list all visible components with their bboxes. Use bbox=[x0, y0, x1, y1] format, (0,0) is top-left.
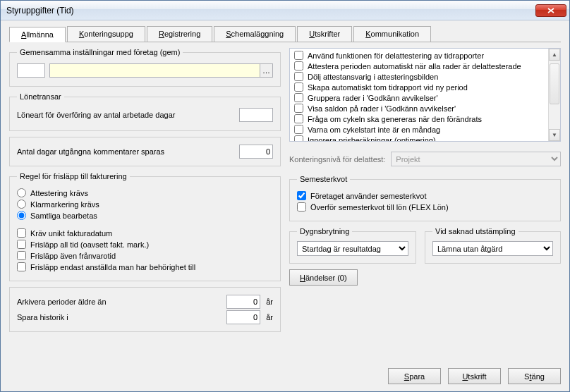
antal-dagar-input[interactable] bbox=[239, 145, 273, 159]
arkivera-label: Arkivera perioder äldre än bbox=[17, 298, 221, 306]
list-item[interactable]: Fråga om cykeln ska genereras när den fö… bbox=[290, 114, 548, 124]
list-item-label: Dölj attestansvarig i attesteringsbilden bbox=[308, 73, 438, 81]
group-semesterkvot-legend: Semesterkvot bbox=[297, 175, 350, 183]
arkivera-input[interactable] bbox=[226, 295, 260, 309]
list-item[interactable]: Dölj attestansvarig i attesteringsbilden bbox=[290, 71, 548, 82]
stang-button[interactable]: Stäng bbox=[508, 368, 561, 384]
chevron-down-icon: ▼ bbox=[552, 132, 557, 138]
check-krav-unikt-input[interactable] bbox=[17, 228, 26, 238]
list-item-label: Attestera perioden automatiskt när alla … bbox=[308, 62, 521, 71]
scroll-up-button[interactable]: ▲ bbox=[549, 49, 560, 61]
list-item-check[interactable] bbox=[294, 61, 303, 71]
check-overfor-semesterkvot-label: Överför semesterkvot till lön (FLEX Lön) bbox=[310, 203, 449, 212]
list-item[interactable]: Skapa automatiskt tom tidrapport vid ny … bbox=[290, 82, 548, 92]
footer-buttons: Spara Utskrift Stäng bbox=[9, 362, 561, 384]
handelser-row: Händelser (0) bbox=[289, 269, 561, 286]
list-item[interactable]: Gruppera rader i 'Godkänn avvikelser' bbox=[290, 92, 548, 103]
list-item[interactable]: Ignorera prisberäkningar (optimering) bbox=[290, 135, 548, 141]
group-regel: Regel för frisläpp till fakturering Atte… bbox=[9, 172, 281, 281]
list-item-check[interactable] bbox=[294, 93, 303, 102]
group-vidsaknad-legend: Vid saknad utstämpling bbox=[432, 227, 519, 235]
tab-registrering[interactable]: Registrering bbox=[147, 26, 212, 42]
list-item-label: Skapa automatiskt tom tidrapport vid ny … bbox=[308, 83, 468, 92]
group-dygnsbrytning-legend: Dygnsbrytning bbox=[297, 227, 352, 235]
list-item-check[interactable] bbox=[294, 82, 303, 92]
list-item-label: Fråga om cykeln ska genereras när den fö… bbox=[308, 115, 482, 123]
radio-samtliga-label: Samtliga bearbetas bbox=[30, 212, 97, 220]
list-item-label: Ignorera prisberäkningar (optimering) bbox=[308, 136, 436, 142]
radio-klarmarkering-label: Klarmarkering krävs bbox=[30, 200, 99, 209]
radio-klarmarkering[interactable]: Klarmarkering krävs bbox=[17, 200, 273, 209]
list-item-check[interactable] bbox=[294, 114, 303, 123]
scroll-thumb[interactable] bbox=[550, 63, 559, 104]
scroll-track[interactable] bbox=[549, 61, 560, 129]
check-frislapp-behorighet[interactable]: Frisläpp endast anställda man har behöri… bbox=[17, 262, 273, 271]
list-item-check[interactable] bbox=[294, 104, 303, 113]
lonetransar-input[interactable] bbox=[239, 108, 273, 122]
check-foretaget-semesterkvot[interactable]: Företaget använder semesterkvot bbox=[297, 191, 553, 200]
spara-historik-input[interactable] bbox=[226, 310, 260, 324]
list-item[interactable]: Attestera perioden automatiskt när alla … bbox=[290, 61, 548, 71]
listbox-scrollbar[interactable]: ▲ ▼ bbox=[548, 49, 560, 141]
group-dygnsbrytning: Dygnsbrytning Startdag är resultatdag bbox=[289, 227, 416, 264]
utskrift-button[interactable]: Utskrift bbox=[448, 368, 501, 384]
close-button[interactable] bbox=[535, 4, 566, 17]
radio-attestering-label: Attestering krävs bbox=[30, 189, 88, 197]
scroll-down-button[interactable]: ▼ bbox=[549, 129, 560, 141]
radio-attestering[interactable]: Attestering krävs bbox=[17, 188, 273, 197]
check-overfor-semesterkvot-input[interactable] bbox=[297, 202, 306, 212]
options-listbox[interactable]: Använd funktionen för delattestering av … bbox=[289, 48, 561, 142]
spara-historik-label: Spara historik i bbox=[17, 313, 221, 321]
radio-attestering-input[interactable] bbox=[17, 188, 26, 197]
list-item-label: Visa saldon på rader i 'Godkänn avvikels… bbox=[308, 104, 456, 113]
list-item[interactable]: Varna om cykelstart inte är en måndag bbox=[290, 124, 548, 135]
tab-allmanna[interactable]: Allmänna bbox=[9, 27, 66, 42]
list-item-label: Gruppera rader i 'Godkänn avvikelser' bbox=[308, 94, 438, 102]
tab-kommunikation[interactable]: Kommunikation bbox=[353, 26, 431, 42]
group-lonetransar: Lönetransar Löneart för överföring av an… bbox=[9, 92, 281, 131]
list-item-check[interactable] bbox=[294, 135, 303, 141]
list-item[interactable]: Visa saldon på rader i 'Godkänn avvikels… bbox=[290, 103, 548, 114]
ellipsis-icon: … bbox=[262, 66, 270, 75]
dygns-vidsaknad-row: Dygnsbrytning Startdag är resultatdag Vi… bbox=[289, 227, 561, 264]
lonetransar-label: Löneart för överföring av antal arbetade… bbox=[17, 111, 235, 119]
list-item-check[interactable] bbox=[294, 125, 303, 134]
check-frislapp-franvaro-label: Frisläpp även frånvarotid bbox=[30, 252, 116, 260]
gem-code-input[interactable] bbox=[17, 63, 45, 78]
check-frislapp-all-input[interactable] bbox=[17, 240, 26, 249]
list-item-check[interactable] bbox=[294, 72, 303, 81]
check-foretaget-semesterkvot-input[interactable] bbox=[297, 191, 306, 200]
tab-schemalaggning[interactable]: Schemaläggning bbox=[214, 26, 296, 42]
dygnsbrytning-combo[interactable]: Startdag är resultatdag bbox=[297, 241, 408, 256]
gem-browse-button[interactable]: … bbox=[260, 64, 272, 77]
left-column: Gemensamma inställningar med företag (ge… bbox=[9, 48, 281, 362]
list-item[interactable]: Använd funktionen för delattestering av … bbox=[290, 50, 548, 61]
radio-klarmarkering-input[interactable] bbox=[17, 200, 26, 209]
check-frislapp-franvaro[interactable]: Frisläpp även frånvarotid bbox=[17, 251, 273, 260]
window-title: Styruppgifter (Tid) bbox=[6, 6, 535, 16]
spara-historik-unit: år bbox=[266, 313, 273, 321]
right-column: Använd funktionen för delattestering av … bbox=[289, 48, 561, 362]
handelser-button[interactable]: Händelser (0) bbox=[289, 269, 358, 286]
gem-browse-field[interactable]: … bbox=[49, 63, 273, 78]
tab-utskrifter[interactable]: Utskrifter bbox=[297, 26, 352, 42]
antal-dagar-box: Antal dagar utgångna kommentarer sparas bbox=[9, 137, 281, 166]
vidsaknad-combo[interactable]: Lämna utan åtgärd bbox=[432, 241, 553, 256]
radio-samtliga-input[interactable] bbox=[17, 211, 26, 220]
list-item-check[interactable] bbox=[294, 51, 303, 60]
list-item-label: Använd funktionen för delattestering av … bbox=[308, 51, 484, 60]
check-frislapp-behorighet-label: Frisläpp endast anställda man har behöri… bbox=[30, 263, 195, 271]
tab-konteringsuppg[interactable]: Konteringsuppg bbox=[67, 26, 145, 42]
check-frislapp-franvaro-input[interactable] bbox=[17, 251, 26, 260]
group-regel-legend: Regel för frisläpp till fakturering bbox=[17, 172, 130, 180]
konteringsniva-row: Konteringsnivå för delattest: Projekt bbox=[289, 152, 561, 166]
check-frislapp-all[interactable]: Frisläpp all tid (oavsett fakt. mark.) bbox=[17, 240, 273, 249]
spara-button[interactable]: Spara bbox=[388, 368, 441, 384]
check-overfor-semesterkvot[interactable]: Överför semesterkvot till lön (FLEX Lön) bbox=[297, 202, 553, 212]
check-frislapp-behorighet-input[interactable] bbox=[17, 262, 26, 271]
check-krav-unikt[interactable]: Kräv unikt fakturadatum bbox=[17, 228, 273, 238]
konteringsniva-combo[interactable]: Projekt bbox=[391, 152, 561, 166]
window: Styruppgifter (Tid) Allmänna Konteringsu… bbox=[0, 0, 570, 392]
radio-samtliga[interactable]: Samtliga bearbetas bbox=[17, 211, 273, 220]
options-list-items: Använd funktionen för delattestering av … bbox=[290, 49, 548, 141]
